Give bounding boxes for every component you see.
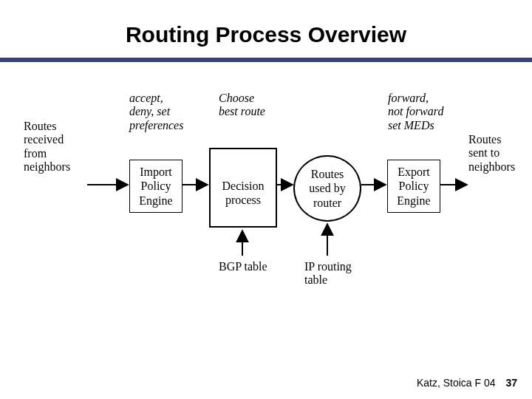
label-accept: accept,deny, setpreferences [129, 92, 203, 132]
node-export-engine: ExportPolicyEngine [387, 160, 440, 213]
label-routes-out: Routessent toneighbors [468, 133, 528, 174]
title-divider [0, 58, 532, 62]
label-forward: forward,not forwardset MEDs [388, 92, 469, 132]
node-decision: Decisionprocess [215, 171, 271, 214]
footer: Katz, Stoica F 04 37 [417, 377, 517, 389]
footer-page: 37 [505, 377, 517, 389]
footer-credit: Katz, Stoica F 04 [417, 377, 496, 389]
page-title: Routing Process Overview [0, 22, 532, 47]
label-routes-in: Routesreceivedfromneighbors [24, 120, 90, 174]
node-import-engine: ImportPolicyEngine [129, 160, 183, 213]
label-ip-table: IP routingtable [304, 260, 371, 287]
label-bgp-table: BGP table [219, 260, 285, 273]
node-routes-used: Routesused byrouter [293, 155, 361, 222]
label-choose: Choosebest route [219, 92, 293, 119]
